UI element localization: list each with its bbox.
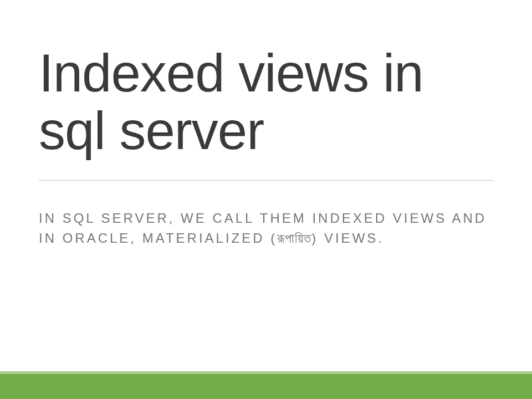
subtitle-bengali: রূপায়িত bbox=[277, 231, 311, 245]
slide-title: Indexed views in sql server bbox=[39, 44, 493, 159]
slide-container: Indexed views in sql server IN SQL SERVE… bbox=[0, 0, 532, 399]
title-divider bbox=[39, 180, 493, 181]
slide-subtitle: IN SQL SERVER, WE CALL THEM INDEXED VIEW… bbox=[39, 208, 493, 248]
subtitle-text-2: ) VIEWS. bbox=[311, 231, 384, 245]
subtitle-text-1: IN SQL SERVER, WE CALL THEM INDEXED VIEW… bbox=[39, 211, 487, 245]
bottom-primary-stripe bbox=[0, 374, 532, 399]
